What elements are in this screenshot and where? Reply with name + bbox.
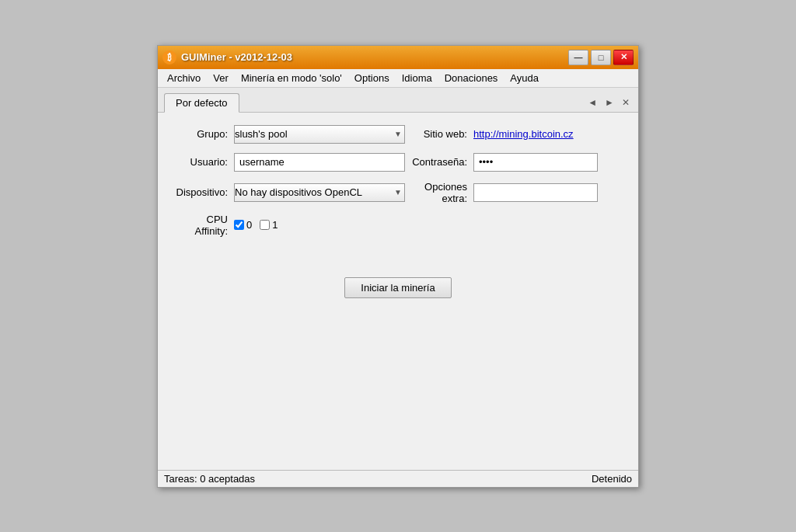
sitio-link[interactable]: http://mining.bitcoin.cz [473, 128, 574, 140]
menu-options[interactable]: Options [348, 71, 396, 85]
status-bar: Tareas: 0 aceptadas Detenido [158, 470, 638, 487]
tab-area: Por defecto ◄ ► ✕ [158, 88, 638, 113]
minimize-button[interactable]: — [568, 50, 588, 65]
grupo-select[interactable]: slush's pool deepbit bitminter custom [234, 125, 405, 144]
tab-close-button[interactable]: ✕ [620, 96, 632, 109]
menu-bar: Archivo Ver Minería en modo 'solo' Optio… [158, 69, 638, 88]
cpu-0-checkbox[interactable] [234, 220, 244, 230]
svg-text:₿: ₿ [167, 53, 172, 62]
grupo-row: Grupo: slush's pool deepbit bitminter cu… [173, 125, 623, 144]
dispositivo-select[interactable]: No hay dispositivos OpenCL [234, 183, 405, 202]
dispositivo-label: Dispositivo: [173, 186, 228, 198]
menu-donaciones[interactable]: Donaciones [438, 71, 504, 85]
cpu-1-label: 1 [272, 219, 278, 231]
grupo-label: Grupo: [173, 128, 228, 140]
cpu-affinity-label: CPU Affinity: [173, 214, 228, 237]
tab-prev-button[interactable]: ◄ [585, 96, 599, 109]
menu-archivo[interactable]: Archivo [161, 71, 207, 85]
app-icon: ₿ [162, 50, 176, 64]
window-controls: — □ ✕ [568, 50, 634, 65]
tab-navigation: ◄ ► ✕ [585, 96, 632, 112]
cpu-1-checkbox[interactable] [260, 220, 270, 230]
contrasena-label: Contraseña: [405, 156, 467, 168]
status-state: Detenido [592, 473, 632, 485]
sitio-label: Sitio web: [405, 128, 467, 140]
usuario-input[interactable] [234, 153, 405, 172]
dispositivo-row: Dispositivo: No hay dispositivos OpenCL … [173, 181, 623, 204]
status-tasks: Tareas: 0 aceptadas [164, 473, 592, 485]
tab-next-button[interactable]: ► [602, 96, 616, 109]
content-area: Grupo: slush's pool deepbit bitminter cu… [158, 113, 638, 470]
title-bar: ₿ GUIMiner - v2012-12-03 — □ ✕ [158, 46, 638, 69]
tab-por-defecto[interactable]: Por defecto [164, 93, 239, 113]
cpu-affinity-row: CPU Affinity: 0 1 [173, 214, 623, 237]
contrasena-input[interactable] [473, 153, 598, 172]
start-mining-button[interactable]: Iniciar la minería [344, 277, 451, 298]
menu-ver[interactable]: Ver [207, 71, 235, 85]
maximize-button[interactable]: □ [591, 50, 611, 65]
opciones-label: Opciones extra: [405, 181, 467, 204]
window-title: GUIMiner - v2012-12-03 [181, 51, 568, 63]
cpu-0-label: 0 [246, 219, 252, 231]
button-area: Iniciar la minería [173, 246, 623, 314]
usuario-row: Usuario: Contraseña: [173, 153, 623, 172]
dispositivo-select-wrapper: No hay dispositivos OpenCL ▼ [234, 183, 405, 202]
grupo-select-wrapper: slush's pool deepbit bitminter custom ▼ [234, 125, 405, 144]
cpu-0-item: 0 [234, 219, 252, 231]
usuario-label: Usuario: [173, 156, 228, 168]
menu-idioma[interactable]: Idioma [396, 71, 438, 85]
close-button[interactable]: ✕ [613, 50, 634, 65]
main-window: ₿ GUIMiner - v2012-12-03 — □ ✕ Archivo V… [157, 45, 639, 488]
menu-mineria-solo[interactable]: Minería en modo 'solo' [235, 71, 348, 85]
menu-ayuda[interactable]: Ayuda [504, 71, 545, 85]
opciones-input[interactable] [473, 183, 598, 202]
cpu-1-item: 1 [260, 219, 278, 231]
